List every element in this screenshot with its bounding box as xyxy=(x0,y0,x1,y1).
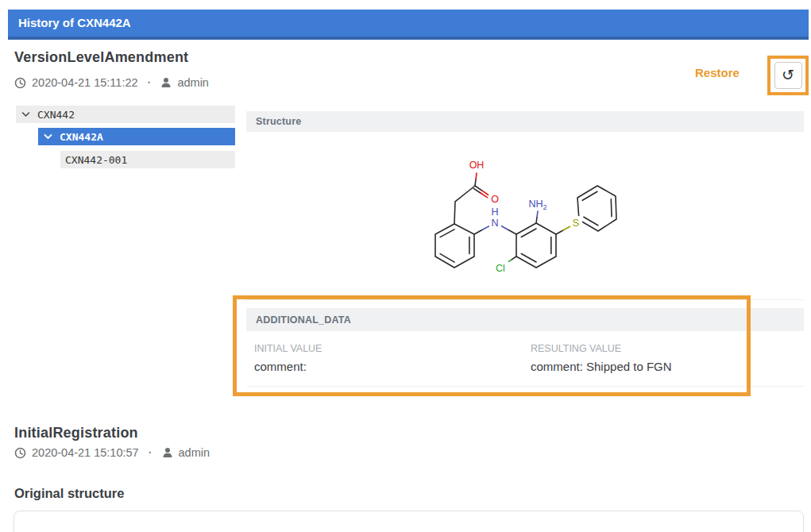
chevron-down-icon[interactable] xyxy=(21,111,31,118)
additional-data-header: ADDITIONAL_DATA xyxy=(246,308,804,331)
structure-panel-header: Structure xyxy=(246,111,804,132)
entry-user: admin xyxy=(177,76,209,89)
meta-separator: · xyxy=(149,446,153,459)
resulting-value-text: comment: Shipped to FGN xyxy=(531,360,793,373)
meta-separator: · xyxy=(148,76,152,89)
tree-node-cxn442[interactable]: CXN442 xyxy=(16,106,235,123)
entry-timestamp: 2020-04-21 15:10:57 xyxy=(32,446,139,459)
tree-node-label: CXN442A xyxy=(60,131,103,143)
structure-panel: Structure xyxy=(246,111,804,300)
dialog-title: History of CXN442A xyxy=(18,16,131,29)
molecule-drawing: OH O H N Cl S NH2 xyxy=(413,148,643,287)
entry-title-version-level-amendment: VersionLevelAmendment xyxy=(14,49,188,66)
entry-user: admin xyxy=(179,446,210,459)
tree-node-label: CXN442-001 xyxy=(65,154,127,166)
additional-data-body: INITIAL VALUE comment: RESULTING VALUE c… xyxy=(246,331,804,387)
entry-timestamp: 2020-04-21 15:11:22 xyxy=(32,76,138,89)
entry-meta: 2020-04-21 15:10:57 · admin xyxy=(14,446,210,459)
additional-data-panel: ADDITIONAL_DATA INITIAL VALUE comment: R… xyxy=(246,308,804,387)
original-structure-title: Original structure xyxy=(14,486,124,501)
entry-title-initial-registration: InitialRegistration xyxy=(14,425,138,441)
user-icon xyxy=(162,447,173,458)
user-icon xyxy=(160,77,172,88)
restore-link[interactable]: Restore xyxy=(695,66,740,79)
tree-node-cxn442-001[interactable]: CXN442-001 xyxy=(60,151,235,168)
tree-node-label: CXN442 xyxy=(37,109,75,121)
initial-value-text: comment: xyxy=(254,360,516,373)
structure-panel-title: Structure xyxy=(256,116,301,127)
entry-meta: 2020-04-21 15:11:22 · admin xyxy=(14,76,209,89)
initial-value-label: INITIAL VALUE xyxy=(254,343,492,354)
additional-data-title: ADDITIONAL_DATA xyxy=(256,314,351,326)
atom-label-o: O xyxy=(491,194,499,205)
history-dialog: History of CXN442A VersionLevelAmendment… xyxy=(0,0,811,532)
clock-icon xyxy=(14,447,26,459)
dialog-title-bar: History of CXN442A xyxy=(8,10,809,40)
restore-icon: ↺ xyxy=(782,67,794,83)
original-structure-panel xyxy=(14,511,804,532)
atom-label-oh: OH xyxy=(469,160,485,171)
restore-button-highlight: ↺ xyxy=(767,56,809,95)
atom-label-h: H xyxy=(491,206,498,218)
restore-button[interactable]: ↺ xyxy=(774,62,802,89)
chevron-down-icon[interactable] xyxy=(44,133,53,140)
resulting-value-label: RESULTING VALUE xyxy=(531,343,769,354)
atom-label-n: N xyxy=(491,218,498,229)
tree-node-cxn442a[interactable]: CXN442A xyxy=(38,128,235,145)
atom-label-cl: Cl xyxy=(496,263,505,274)
atom-label-s: S xyxy=(573,218,579,229)
structure-canvas[interactable]: OH O H N Cl S NH2 xyxy=(246,132,804,300)
clock-icon xyxy=(14,77,26,89)
